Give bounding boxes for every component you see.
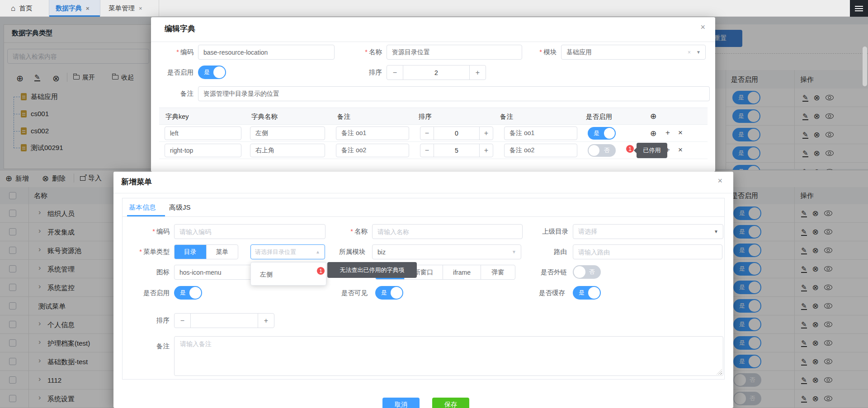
minus-button[interactable]: − — [420, 144, 434, 157]
chevron-down-icon: ▼ — [696, 50, 701, 55]
dir-position-placeholder: 请选择目录位置 — [255, 248, 296, 256]
remove-item-icon[interactable]: × — [678, 128, 683, 137]
tabbar-divider — [123, 216, 724, 217]
scrollbar-thumb[interactable] — [863, 47, 867, 86]
open-mode-popup[interactable]: 弹窗 — [481, 265, 515, 279]
sort-header: 排序 — [419, 108, 432, 125]
external-link-label: 是否外链 — [531, 265, 567, 280]
tab-basic-info[interactable]: 基本信息 — [129, 203, 156, 212]
add-row-icon[interactable]: ⊕ — [650, 108, 656, 125]
sort-label: 排序 — [138, 313, 170, 328]
item-key-input[interactable] — [165, 144, 241, 157]
enabled-toggle[interactable]: 是 — [174, 286, 202, 300]
hamburger-icon[interactable] — [855, 5, 863, 13]
menu-code-input[interactable] — [174, 224, 326, 239]
clear-icon[interactable]: × — [688, 49, 691, 56]
item-sort-value: 5 — [434, 144, 479, 157]
item-enabled-toggle[interactable]: 否 — [588, 144, 616, 157]
tab-home[interactable]: ⌂ 首页 — [5, 0, 38, 17]
item-remark2-input[interactable] — [504, 144, 577, 157]
dropdown-option-left[interactable]: 左侧 — [260, 266, 273, 282]
item-sort-stepper: − 5 + — [420, 144, 493, 157]
dir-position-select[interactable]: 请选择目录位置 ▲ — [250, 244, 325, 259]
dict-name-input[interactable] — [387, 45, 522, 60]
item-key-input[interactable] — [165, 127, 241, 140]
tab-dict-label: 数据字典 — [56, 4, 82, 13]
plus-icon[interactable]: + — [665, 128, 670, 137]
minus-button[interactable]: − — [420, 127, 434, 140]
edit-dict-dialog: 编辑字典 × *编码 *名称 *模块 基础应用 × ▼ 是否启用 是 排序 − … — [151, 17, 715, 172]
dialog-header-divider — [151, 42, 715, 42]
dict-items-table: 字典key 字典名称 备注 排序 备注 是否启用 ⊕ − 0 + 是 — [159, 108, 708, 176]
plus-button[interactable]: + — [469, 66, 486, 80]
item-remark2-input[interactable] — [504, 127, 577, 140]
remark-label: 备注 — [158, 86, 193, 101]
plus-button[interactable]: + — [479, 144, 493, 157]
remark-label: 备注 — [138, 339, 170, 354]
name-label: *名称 — [332, 224, 368, 239]
visible-label: 是否可见 — [331, 286, 368, 300]
sort-value — [191, 314, 258, 328]
enabled-label: 是否启用 — [133, 286, 170, 300]
item-name-input[interactable] — [250, 127, 325, 140]
item-enabled-toggle[interactable]: 是 — [588, 127, 616, 140]
save-button[interactable]: 保存 — [432, 398, 469, 408]
remark-textarea[interactable] — [174, 336, 723, 376]
route-input[interactable] — [573, 244, 722, 259]
parent-dir-select[interactable]: 请选择 ▼ — [573, 224, 723, 239]
dict-code-input[interactable] — [198, 45, 335, 60]
tab-menu-label: 菜单管理 — [108, 4, 135, 13]
close-icon[interactable]: × — [139, 5, 142, 12]
sort-stepper: − 2 + — [387, 65, 486, 80]
tab-menu-manage[interactable]: 菜单管理 × — [100, 0, 159, 17]
tab-data-dict[interactable]: 数据字典 × — [49, 0, 100, 17]
remove-item-icon[interactable]: × — [678, 145, 683, 155]
module-select[interactable]: 基础应用 × ▼ — [561, 45, 706, 60]
close-icon[interactable]: × — [700, 23, 705, 32]
disabled-items-tooltip: 无法查出已停用的字典项 — [327, 262, 417, 278]
tooltip-arrow — [631, 148, 637, 153]
top-tab-bar: ⌂ 首页 数据字典 × 菜单管理 × — [0, 0, 868, 17]
visible-toggle[interactable]: 是 — [375, 286, 403, 300]
item-remark-input[interactable] — [336, 127, 409, 140]
dict-remark-input[interactable] — [198, 86, 710, 101]
topbar-dark-corner — [850, 0, 868, 17]
name-label: *名称 — [349, 45, 382, 60]
icon-label: 图标 — [138, 265, 170, 280]
tab-home-label: 首页 — [19, 4, 32, 13]
tab-advanced-js[interactable]: 高级JS — [169, 203, 191, 212]
active-tab-underline — [127, 215, 165, 216]
code-label: *编码 — [158, 45, 193, 60]
cancel-button[interactable]: 取消 — [382, 398, 420, 408]
chevron-down-icon: ▼ — [714, 229, 718, 234]
type-dir-button[interactable]: 目录 — [175, 245, 206, 259]
module-label: 所属模块 — [329, 244, 365, 259]
enabled-toggle[interactable]: 是 — [198, 66, 226, 79]
plus-button[interactable]: + — [258, 314, 274, 328]
parent-dir-placeholder: 请选择 — [578, 228, 597, 236]
minus-button[interactable]: − — [175, 314, 191, 328]
dict-items-header: 字典key 字典名称 备注 排序 备注 是否启用 ⊕ — [159, 108, 708, 125]
remark-header: 备注 — [500, 108, 513, 125]
name-header: 字典名称 — [251, 108, 278, 125]
sort-stepper: − + — [174, 313, 274, 328]
type-menu-button[interactable]: 菜单 — [206, 245, 238, 259]
item-remark-input[interactable] — [336, 144, 409, 157]
disabled-tooltip: 已停用 — [637, 143, 667, 158]
close-icon[interactable]: × — [86, 5, 90, 12]
plus-button[interactable]: + — [479, 127, 493, 140]
menu-type-group: 目录 菜单 — [174, 244, 238, 259]
item-name-input[interactable] — [250, 144, 325, 157]
module-select[interactable]: biz ▼ — [372, 244, 521, 259]
cache-toggle[interactable]: 是 — [573, 286, 601, 300]
open-mode-iframe[interactable]: iframe — [443, 265, 481, 279]
item-sort-value: 0 — [434, 127, 479, 140]
code-label: *编码 — [134, 224, 170, 239]
menu-name-input[interactable] — [372, 224, 523, 239]
sort-value: 2 — [403, 66, 469, 80]
minus-button[interactable]: − — [387, 66, 403, 80]
module-select-value: 基础应用 — [566, 48, 592, 56]
add-item-icon[interactable]: ⊕ — [650, 129, 656, 138]
close-icon[interactable]: × — [717, 176, 722, 186]
external-link-toggle[interactable]: 否 — [573, 265, 601, 279]
